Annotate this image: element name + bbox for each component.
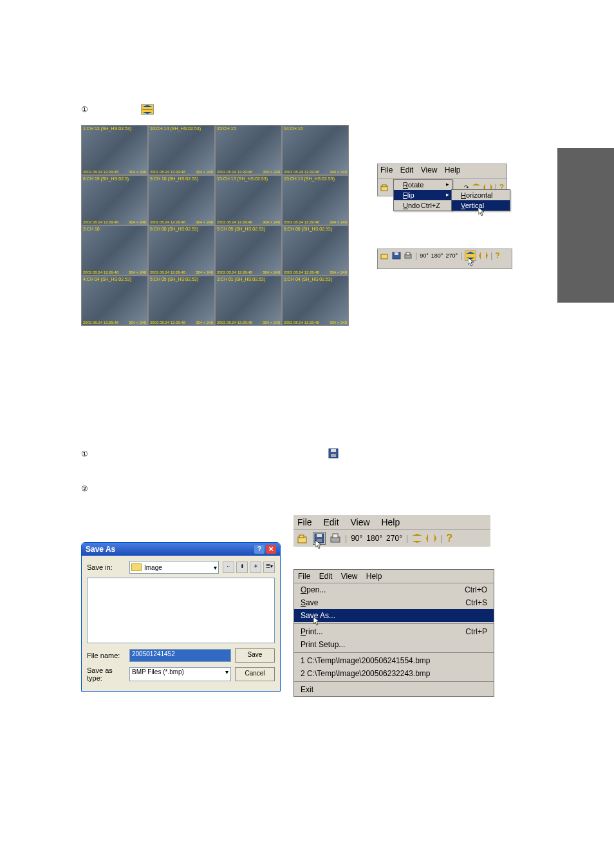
save-icon[interactable] bbox=[392, 252, 401, 259]
svg-marker-1 bbox=[143, 112, 152, 114]
camera-cell: 6:CH 08 (SH_HS:02.53)2002.08.24 12:29:48… bbox=[148, 225, 215, 276]
save-as-type-label: Save as type: bbox=[87, 666, 126, 682]
camera-cell: 8:CH 19 (SH_HS:02.5)2002.08.24 12:29:483… bbox=[81, 175, 148, 225]
camera-cell: 1:CH 13 (SH_HS:02.53)2002.08.24 12:29:48… bbox=[81, 125, 148, 175]
menu-flip[interactable]: Flip bbox=[394, 190, 452, 200]
submenu-horizontal[interactable]: Horizontal bbox=[452, 190, 510, 200]
camera-cell: 16:CH 14 (SH_HS:02.53)2002.08.24 12:29:4… bbox=[148, 125, 215, 175]
rotate-90-button[interactable]: 90° bbox=[351, 534, 362, 543]
step-1-mid: ① bbox=[81, 449, 88, 458]
menu-flip-block: File Edit View Help Rotate Flip Undo Ctr… bbox=[377, 164, 507, 196]
menu-help[interactable]: Help bbox=[445, 165, 461, 175]
svg-marker-6 bbox=[472, 184, 481, 185]
menu-help[interactable]: Help bbox=[366, 572, 382, 581]
circled-one: ① bbox=[81, 105, 88, 114]
menu-file[interactable]: File bbox=[380, 165, 393, 175]
back-icon[interactable]: ← bbox=[223, 561, 234, 573]
menu-view[interactable]: View bbox=[350, 517, 369, 527]
menu-undo[interactable]: Undo Ctrl+Z bbox=[394, 200, 452, 211]
save-button[interactable]: Save bbox=[235, 648, 275, 663]
close-button[interactable]: ✕ bbox=[266, 545, 276, 554]
camera-cell: 15:CH 13 (SH_HS:02.53)2002.08.24 12:29:4… bbox=[282, 175, 349, 225]
save-as-type-select[interactable]: BMP Files (*.bmp) ▾ bbox=[129, 667, 231, 681]
camera-cell: 3:CH 102002.08.24 12:29:48304 × 240 bbox=[81, 225, 148, 276]
svg-rect-22 bbox=[331, 454, 336, 457]
menu-view[interactable]: View bbox=[421, 165, 438, 175]
toolbar-flip-block: | 90° 180° 270° | | ? bbox=[377, 249, 512, 269]
help-icon[interactable]: ? bbox=[446, 533, 452, 544]
rotate-270-button[interactable]: 270° bbox=[445, 252, 458, 259]
flip-horizontal-icon[interactable] bbox=[479, 252, 488, 259]
toolbar-row: | 90° 180° 270° | | ? bbox=[293, 529, 490, 547]
toolbar-row: Rotate Flip Undo Ctrl+Z Horizontal Verti… bbox=[378, 179, 507, 196]
menu-edit[interactable]: Edit bbox=[323, 517, 339, 527]
camera-cell: 15:CH 152002.08.24 12:29:48304 × 240 bbox=[215, 125, 282, 175]
svg-marker-19 bbox=[486, 252, 488, 259]
flip-vertical-icon[interactable] bbox=[412, 534, 422, 543]
new-folder-icon[interactable]: ✳ bbox=[250, 561, 261, 573]
save-icon[interactable] bbox=[313, 532, 326, 545]
up-folder-icon[interactable]: ⬆ bbox=[236, 561, 248, 573]
file-list[interactable] bbox=[87, 578, 275, 643]
camera-cell: 15:CH 13 (SH_HS:02.53)2002.08.24 12:29:4… bbox=[215, 175, 282, 225]
menu-help[interactable]: Help bbox=[381, 517, 400, 527]
menubar: File Edit View Help bbox=[378, 164, 507, 179]
camera-cell: 4:CH 04 (SH_HS:02.53)2002.08.24 12:29:48… bbox=[81, 276, 148, 326]
open-icon[interactable] bbox=[380, 183, 391, 192]
flip-horizontal-icon[interactable] bbox=[426, 534, 436, 543]
camera-cell: 8:CH 08 (SH_HS:02.53)2002.08.24 12:29:48… bbox=[282, 225, 349, 276]
dialog-title: Save As bbox=[86, 545, 115, 554]
camera-cell: 14:CH 162002.08.24 12:29:48304 × 240 bbox=[282, 125, 349, 175]
menu-recent-1[interactable]: 1 C:\Temp\Image\200506241554.bmp bbox=[294, 654, 494, 667]
menu-print[interactable]: Print... Ctrl+P bbox=[294, 625, 494, 638]
menu-file[interactable]: File bbox=[297, 517, 312, 527]
camera-cell: 5:CH 05 (SH_HS:02.53)2002.08.24 12:29:48… bbox=[215, 225, 282, 276]
menu-save-as[interactable]: Save As... bbox=[294, 609, 494, 622]
step-1-top: ① bbox=[81, 104, 154, 115]
svg-marker-5 bbox=[478, 207, 484, 216]
file-dropdown: Open... Ctrl+O Save Ctrl+S Save As... Pr… bbox=[294, 583, 494, 696]
menu-file[interactable]: File bbox=[298, 572, 310, 581]
rotate-90-button[interactable]: 90° bbox=[420, 252, 429, 259]
menu-recent-2[interactable]: 2 C:\Temp\Image\200506232243.bmp bbox=[294, 667, 494, 680]
large-toolbar: File Edit View Help | 90° 180° 270° | | … bbox=[293, 515, 490, 547]
dialog-titlebar: Save As ? ✕ bbox=[82, 543, 280, 556]
help-button[interactable]: ? bbox=[254, 545, 265, 554]
print-icon[interactable] bbox=[330, 533, 341, 543]
cancel-button[interactable]: Cancel bbox=[235, 667, 275, 681]
svg-rect-14 bbox=[406, 252, 410, 255]
camera-cell: 1:CH 04 (SH_HS:02.53)2002.08.24 12:29:48… bbox=[282, 276, 349, 326]
print-icon[interactable] bbox=[404, 252, 413, 259]
svg-rect-30 bbox=[333, 534, 338, 538]
menu-edit[interactable]: Edit bbox=[400, 165, 414, 175]
menu-open[interactable]: Open... Ctrl+O bbox=[294, 583, 494, 596]
file-menu-block: File Edit View Help Open... Ctrl+O Save … bbox=[293, 569, 494, 697]
save-in-select[interactable]: Image ▾ bbox=[129, 561, 219, 574]
svg-rect-24 bbox=[299, 535, 304, 538]
menu-view[interactable]: View bbox=[341, 572, 358, 581]
camera-cell: 5:CH 05 (SH_HS:02.53)2002.08.24 12:29:48… bbox=[148, 276, 215, 326]
view-menu-icon[interactable]: ☰▾ bbox=[263, 561, 275, 573]
edit-dropdown: Rotate Flip Undo Ctrl+Z bbox=[393, 179, 452, 211]
menu-save[interactable]: Save Ctrl+S bbox=[294, 596, 494, 609]
menu-exit[interactable]: Exit bbox=[294, 683, 494, 696]
camera-cell: 9:CH 10 (SH_HS:02.53)2002.08.24 12:29:48… bbox=[148, 175, 215, 225]
menu-rotate[interactable]: Rotate bbox=[394, 180, 452, 190]
menu-print-setup[interactable]: Print Setup... bbox=[294, 638, 494, 651]
svg-marker-31 bbox=[412, 534, 422, 536]
menu-edit[interactable]: Edit bbox=[319, 572, 333, 581]
open-icon[interactable] bbox=[380, 252, 389, 259]
rotate-270-button[interactable]: 270° bbox=[386, 534, 402, 543]
menubar: File Edit View Help bbox=[294, 570, 494, 583]
save-as-dialog: Save As ? ✕ Save in: Image ▾ ← ⬆ ✳ ☰▾ Fi… bbox=[81, 542, 281, 692]
rotate-180-button[interactable]: 180° bbox=[431, 252, 443, 259]
camera-grid: 1:CH 13 (SH_HS:02.53)2002.08.24 12:29:48… bbox=[81, 125, 349, 326]
flip-vertical-icon[interactable] bbox=[465, 250, 476, 261]
file-name-input[interactable]: 200501241452 bbox=[129, 649, 231, 662]
save-icon bbox=[328, 448, 339, 458]
rotate-180-button[interactable]: 180° bbox=[366, 534, 382, 543]
help-icon[interactable]: ? bbox=[495, 251, 499, 260]
file-name-label: File name: bbox=[87, 652, 126, 659]
open-icon[interactable] bbox=[297, 533, 309, 543]
side-tab bbox=[557, 148, 614, 303]
